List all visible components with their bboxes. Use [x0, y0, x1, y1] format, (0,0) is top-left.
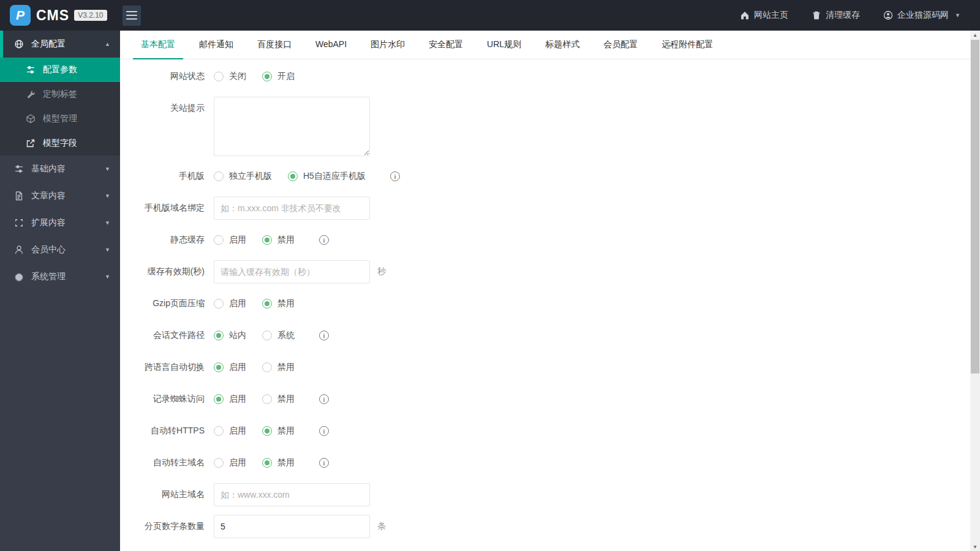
form-row-12: 网站主域名	[141, 483, 970, 506]
sidebar-item-1[interactable]: 基础内容▼	[0, 156, 120, 182]
form-label: 网站状态	[141, 71, 205, 82]
radio-unchecked[interactable]: 启用	[214, 298, 246, 309]
form-row-8: 跨语言自动切换启用禁用	[141, 356, 970, 379]
info-icon[interactable]: i	[319, 458, 329, 468]
info-icon[interactable]: i	[319, 235, 329, 245]
scrollbar-down-icon[interactable]: ▼	[970, 542, 980, 551]
sidebar-item-label: 基础内容	[31, 163, 66, 174]
form-label: 记录蜘蛛访问	[141, 394, 205, 405]
sidebar-subitem-3[interactable]: 模型字段	[0, 131, 120, 156]
form-label: 会话文件路径	[141, 330, 205, 341]
tab-4[interactable]: 图片水印	[363, 31, 413, 59]
radio-unchecked[interactable]: 关闭	[214, 71, 246, 82]
radio-circle-icon[interactable]	[262, 299, 272, 309]
radio-circle-icon[interactable]	[214, 394, 224, 404]
sidebar-subitem-0[interactable]: 配置参数	[0, 58, 120, 82]
radio-circle-icon[interactable]	[262, 331, 272, 340]
radio-label: 禁用	[277, 457, 295, 468]
radio-circle-icon[interactable]	[214, 235, 224, 245]
form-row-4: 静态缓存启用禁用i	[141, 228, 970, 252]
radio-checked[interactable]: H5自适应手机版	[288, 171, 366, 182]
radio-checked[interactable]: 禁用	[262, 234, 295, 246]
vertical-scrollbar[interactable]: ▲ ▼	[970, 31, 980, 551]
radio-circle-icon[interactable]	[262, 235, 272, 245]
tab-6[interactable]: URL规则	[479, 31, 529, 59]
radio-unchecked[interactable]: 禁用	[262, 362, 295, 373]
info-icon[interactable]: i	[319, 394, 329, 404]
wrench-icon	[25, 89, 36, 99]
info-icon[interactable]: i	[319, 426, 329, 436]
radio-circle-icon[interactable]	[262, 458, 272, 468]
radio-circle-icon[interactable]	[214, 299, 224, 309]
tab-2[interactable]: 百度接口	[249, 31, 300, 59]
text-input[interactable]	[214, 483, 370, 506]
form-row-10: 自动转HTTPS启用禁用i	[141, 419, 970, 443]
radio-circle-icon[interactable]	[214, 426, 224, 436]
radio-circle-icon[interactable]	[288, 171, 298, 181]
radio-label: H5自适应手机版	[303, 171, 366, 182]
tab-7[interactable]: 标题样式	[537, 31, 587, 59]
radio-checked[interactable]: 禁用	[262, 298, 295, 309]
radio-circle-icon[interactable]	[262, 362, 272, 372]
scrollbar-up-icon[interactable]: ▲	[970, 31, 980, 39]
radio-circle-icon[interactable]	[214, 362, 224, 372]
scrollbar-thumb[interactable]	[971, 40, 979, 373]
tab-8[interactable]: 会员配置	[595, 31, 646, 59]
radio-checked[interactable]: 启用	[214, 362, 246, 373]
radio-unchecked[interactable]: 启用	[214, 457, 246, 468]
config-tabbar: 基本配置邮件通知百度接口WebAPI图片水印安全配置URL规则标题样式会员配置远…	[120, 31, 970, 59]
form-label: 手机版	[141, 171, 205, 182]
radio-group: 启用禁用	[214, 394, 311, 405]
radio-checked[interactable]: 开启	[262, 71, 295, 82]
sidebar-item-5[interactable]: 系统管理▼	[0, 263, 120, 290]
radio-checked[interactable]: 禁用	[262, 457, 295, 468]
radio-circle-icon[interactable]	[262, 394, 272, 404]
header-link-0[interactable]: 网站主页	[740, 10, 788, 21]
radio-circle-icon[interactable]	[214, 331, 224, 340]
radio-circle-icon[interactable]	[214, 171, 224, 181]
form-label: 缓存有效期(秒)	[141, 266, 205, 277]
radio-group: 启用禁用	[214, 298, 311, 309]
form-row-0: 网站状态关闭开启	[141, 65, 970, 88]
sidebar-item-3[interactable]: 扩展内容▼	[0, 209, 120, 236]
hamburger-menu-icon[interactable]	[123, 6, 141, 26]
info-icon[interactable]: i	[319, 331, 329, 340]
brand-name: CMS	[36, 7, 69, 24]
sidebar-item-label: 系统管理	[31, 271, 66, 282]
sidebar-item-2[interactable]: 文章内容▼	[0, 182, 120, 209]
radio-unchecked[interactable]: 启用	[214, 234, 246, 246]
radio-circle-icon[interactable]	[262, 72, 272, 81]
textarea-field[interactable]	[214, 97, 370, 156]
tab-9[interactable]: 远程附件配置	[654, 31, 721, 59]
text-input[interactable]	[214, 197, 370, 220]
header-link-1[interactable]: 清理缓存	[812, 10, 860, 21]
sidebar-subitem-label: 模型管理	[43, 113, 77, 124]
header-link-2[interactable]: 企业猫源码网▼	[883, 10, 960, 21]
sidebar-group: 会员中心▼	[0, 236, 120, 263]
radio-unchecked[interactable]: 启用	[214, 425, 246, 437]
radio-circle-icon[interactable]	[214, 458, 224, 468]
tab-5[interactable]: 安全配置	[421, 31, 471, 59]
sidebar-subitem-2[interactable]: 模型管理	[0, 107, 120, 131]
sidebar-item-0[interactable]: 全局配置▲	[0, 31, 120, 58]
radio-circle-icon[interactable]	[262, 426, 272, 436]
sidebar-submenu: 配置参数定制标签模型管理模型字段	[0, 58, 120, 156]
sidebar-subitem-label: 配置参数	[43, 64, 77, 75]
text-input[interactable]	[214, 260, 370, 283]
radio-checked[interactable]: 站内	[214, 330, 246, 341]
text-input[interactable]	[214, 515, 370, 538]
tab-1[interactable]: 邮件通知	[191, 31, 241, 59]
radio-unchecked[interactable]: 独立手机版	[214, 171, 272, 182]
radio-checked[interactable]: 禁用	[262, 425, 295, 437]
tab-3[interactable]: WebAPI	[307, 31, 355, 59]
radio-unchecked[interactable]: 系统	[262, 330, 295, 341]
sidebar-item-4[interactable]: 会员中心▼	[0, 236, 120, 263]
radio-unchecked[interactable]: 禁用	[262, 394, 295, 405]
tab-0[interactable]: 基本配置	[133, 31, 183, 59]
info-icon[interactable]: i	[390, 171, 400, 181]
radio-circle-icon[interactable]	[214, 72, 224, 81]
sidebar-item-label: 文章内容	[31, 190, 66, 201]
radio-checked[interactable]: 启用	[214, 394, 246, 405]
form-label: 手机版域名绑定	[141, 203, 205, 214]
sidebar-subitem-1[interactable]: 定制标签	[0, 82, 120, 107]
